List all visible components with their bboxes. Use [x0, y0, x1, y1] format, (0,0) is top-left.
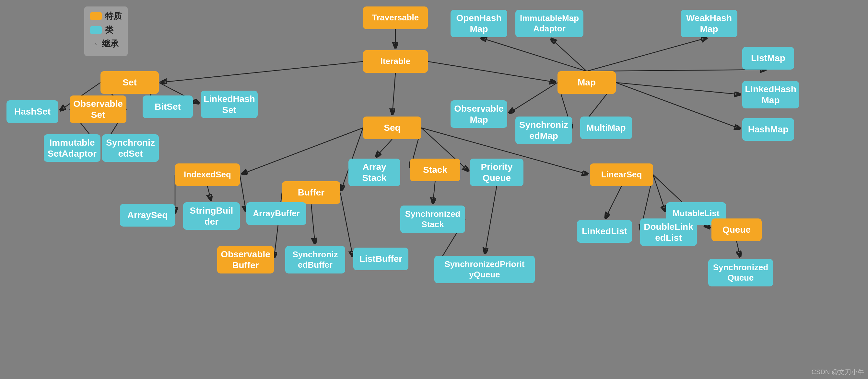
node-openhashmap: OpenHash Map [451, 10, 507, 37]
svg-line-35 [606, 186, 621, 217]
legend: 特质 类 → 继承 [84, 6, 128, 56]
node-observablemap: Observable Map [451, 100, 507, 128]
node-synchronizedmap: Synchroniz edMap [515, 116, 572, 144]
legend-class: 类 [90, 24, 122, 36]
node-queue: Queue [711, 218, 762, 241]
svg-line-29 [311, 204, 315, 243]
node-stack: Stack [410, 159, 460, 181]
node-arraybuffer: ArrayBuffer [246, 202, 306, 225]
svg-line-19 [243, 128, 363, 173]
node-observableset: Observable Set [70, 96, 126, 123]
node-synchronizedstack: Synchronized Stack [400, 206, 465, 233]
node-set: Set [100, 71, 159, 94]
svg-line-37 [653, 175, 665, 211]
node-linearseq: LinearSeq [590, 164, 653, 186]
node-observablebuffer: Observable Buffer [217, 246, 274, 274]
legend-arrow-icon: → [90, 39, 98, 49]
node-multimap: MultiMap [580, 116, 632, 139]
legend-trait: 特质 [90, 10, 122, 22]
svg-line-16 [510, 82, 557, 112]
node-priorityqueue: Priority Queue [470, 159, 523, 186]
legend-blue-box [90, 26, 102, 34]
svg-line-2 [428, 62, 554, 82]
node-seq: Seq [363, 116, 421, 139]
legend-orange-box [90, 12, 102, 20]
node-linkedhashset: LinkedHash Set [201, 91, 258, 118]
node-linkedlist: LinkedList [577, 220, 632, 243]
svg-line-34 [485, 186, 497, 252]
svg-line-21 [377, 139, 392, 156]
node-map: Map [557, 71, 616, 94]
node-immutablesetadaptor: Immutable SetAdaptor [44, 134, 100, 162]
svg-line-13 [587, 70, 765, 71]
node-immutablemapadaptor: ImmutableMap Adaptor [515, 10, 583, 37]
node-indexedseq: IndexedSeq [175, 164, 240, 186]
legend-inherit-label: 继承 [102, 38, 119, 49]
legend-class-label: 类 [105, 24, 114, 36]
node-synchronizedqueue: Synchronized Queue [708, 259, 773, 286]
svg-line-3 [393, 73, 396, 113]
node-traversable: Traversable [363, 6, 428, 29]
svg-line-27 [240, 175, 246, 210]
node-synchronizedset: Synchroniz edSet [102, 134, 159, 162]
node-listbuffer: ListBuffer [353, 248, 408, 270]
svg-line-14 [616, 82, 739, 95]
node-arraystack: Array Stack [348, 159, 400, 186]
svg-line-39 [737, 241, 740, 256]
node-weakhashmap: WeakHash Map [681, 10, 737, 37]
node-buffer: Buffer [282, 181, 340, 204]
svg-line-11 [552, 39, 587, 71]
node-stringbuilder: StringBuil der [183, 202, 240, 230]
node-hashmap: HashMap [742, 118, 794, 141]
node-synchronizedbuffer: Synchroniz edBuffer [285, 246, 345, 274]
svg-line-15 [616, 82, 739, 129]
watermark: CSDN @文刀小牛 [811, 368, 864, 376]
legend-trait-label: 特质 [105, 10, 122, 22]
node-iterable: Iterable [363, 50, 428, 73]
node-bitset: BitSet [143, 96, 193, 118]
node-synchronizedpriorityqueue: SynchronizedPriorit yQueue [434, 256, 535, 283]
node-listmap: ListMap [742, 47, 794, 70]
node-arrayseq: ArraySeq [120, 204, 175, 227]
node-doublelinklist: DoubleLink edList [640, 218, 697, 246]
node-linkedhashmap: LinkedHash Map [742, 81, 799, 108]
svg-line-12 [587, 38, 706, 71]
svg-line-10 [482, 38, 587, 71]
svg-line-26 [208, 186, 211, 199]
svg-line-1 [162, 62, 363, 82]
legend-inherit: → 继承 [90, 38, 122, 49]
node-hashset: HashSet [6, 100, 58, 123]
svg-line-32 [433, 181, 435, 202]
